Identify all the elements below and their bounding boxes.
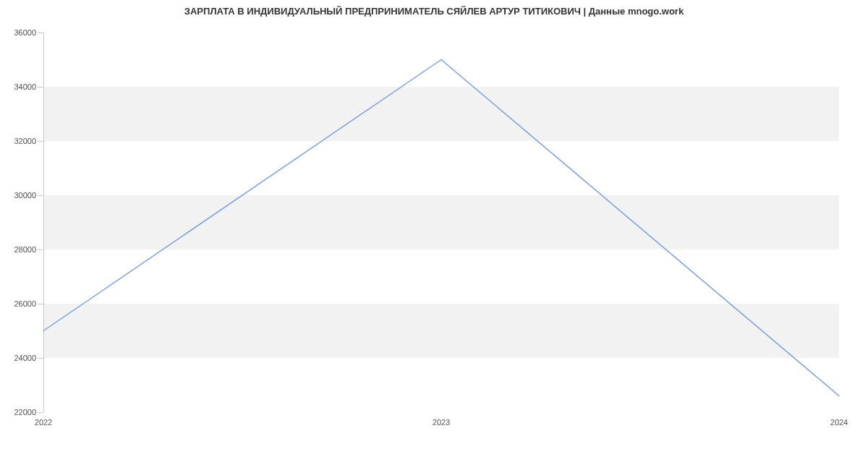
y-tick [38,33,43,33]
plot-area: 2200024000260002800030000320003400036000… [43,33,839,412]
y-tick-label: 24000 [14,354,36,362]
y-tick-label: 34000 [14,82,36,91]
y-tick [38,358,43,359]
salary-line-chart: ЗАРПЛАТА В ИНДИВИДУАЛЬНЫЙ ПРЕДПРИНИМАТЕЛ… [0,0,868,470]
y-tick [38,141,43,142]
y-tick-label: 30000 [14,191,36,200]
y-tick-label: 22000 [14,408,36,416]
y-tick-label: 28000 [14,245,36,254]
x-tick-label: 2022 [35,418,52,427]
line-series [43,33,839,412]
y-tick-label: 32000 [14,137,36,145]
y-tick [38,87,43,87]
y-tick-label: 26000 [14,299,36,308]
y-tick [38,304,43,304]
x-tick-label: 2024 [830,418,848,427]
y-tick [38,412,43,413]
y-tick [38,195,43,196]
chart-title: ЗАРПЛАТА В ИНДИВИДУАЛЬНЫЙ ПРЕДПРИНИМАТЕЛ… [0,6,868,17]
x-tick-label: 2023 [433,418,450,427]
y-tick [38,249,43,250]
y-tick-label: 36000 [14,28,36,37]
